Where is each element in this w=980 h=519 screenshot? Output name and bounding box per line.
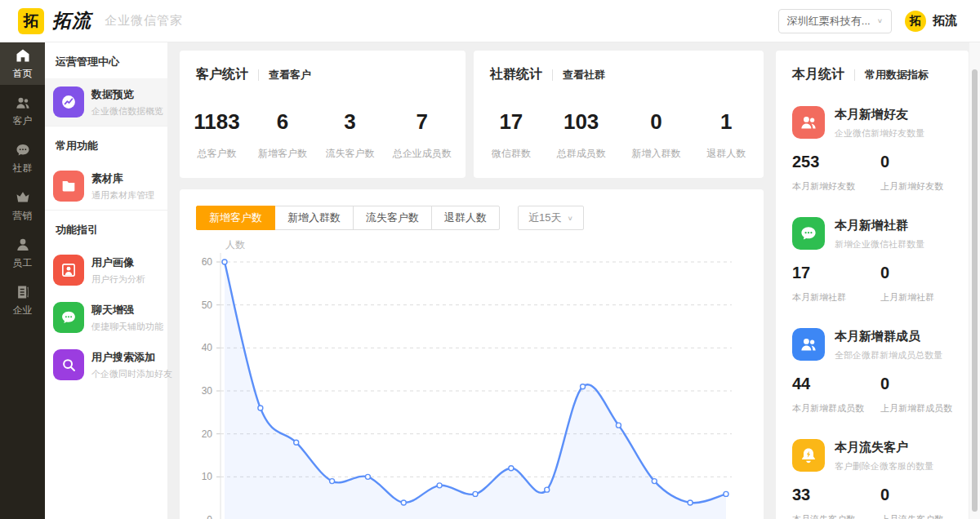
customer-stats-card: 客户统计 查看客户 1183 总客户数 6 新增客户数 3 流失客户数 7 总企… (180, 51, 466, 178)
app-logo: 拓 拓流 企业微信管家 (18, 8, 183, 34)
company-select-value: 深圳红栗科技有... (787, 14, 871, 29)
sidebar-item-title: 数据预览 (91, 87, 159, 102)
sidebar-item-data-preview[interactable]: 数据预览 企业微信数据概览 (45, 78, 167, 126)
metric-value: 17 (492, 109, 531, 135)
metric-label: 新增入群数 (631, 147, 680, 161)
month-stat-prev-value: 0 (880, 153, 943, 171)
card-title: 社群统计 (490, 66, 542, 83)
tab-quits[interactable]: 退群人数 (431, 206, 500, 230)
rail-item-community[interactable]: 社群 (0, 137, 45, 180)
metric-wechat-groups: 17 微信群数 (492, 109, 531, 161)
sidebar-section-title: 功能指引 (45, 211, 167, 246)
staff-icon (15, 237, 31, 253)
view-customers-link[interactable]: 查看客户 (269, 68, 311, 82)
month-stat-prev-label: 上月新增群成员数 (880, 402, 952, 415)
tab-new-customers[interactable]: 新增客户数 (196, 206, 275, 230)
sidebar-item-material-library[interactable]: 素材库 通用素材库管理 (45, 162, 167, 210)
metric-new-joins: 0 新增入群数 (631, 109, 680, 161)
metric-label: 总客户数 (194, 147, 239, 161)
sidebar-item-title: 素材库 (91, 171, 154, 186)
month-stats-panel: 本月统计 常用数据指标 本月新增好友 企业微信新增好友数量 253 本月新增好友… (776, 51, 969, 519)
sidebar-item-chat-enhance[interactable]: 聊天增强 便捷聊天辅助功能 (45, 294, 167, 341)
rail-item-enterprise[interactable]: 企业 (0, 279, 45, 322)
brand-name: 拓流 (52, 8, 91, 33)
sidebar-item-subtitle: 企业微信数据概览 (91, 105, 159, 118)
month-stat-prev-label: 上月新增社群 (880, 291, 934, 304)
sidebar-item-subtitle: 通用素材库管理 (91, 189, 154, 202)
month-stat-value-label: 本月流失客户数 (792, 513, 880, 519)
month-stat-value-label: 本月新增群成员数 (792, 402, 880, 415)
page-scrollbar-thumb[interactable] (972, 69, 978, 512)
metric-value: 103 (557, 109, 606, 135)
month-stat-new-groups: 本月新增社群 新增企业微信社群数量 17 本月新增社群 0 上月新增社群 (792, 217, 952, 304)
month-stat-value: 253 (792, 153, 880, 171)
line-chart-svg: 6050403020100人数 (194, 237, 750, 519)
friends-icon (799, 113, 818, 132)
date-range-select[interactable]: 近15天 ∨ (518, 206, 584, 230)
nav-rail: 首页 客户 社群 营销 员工 企业 (0, 42, 45, 519)
month-stat-prev-value: 0 (880, 264, 934, 282)
app-subtitle: 企业微信管家 (105, 13, 183, 29)
rail-item-marketing[interactable]: 营销 (0, 184, 45, 227)
search-icon (60, 356, 78, 374)
sidebar-item-user-search-add[interactable]: 用户搜索添加 个企微同时添加好友 (45, 341, 167, 388)
sidebar-item-title: 用户搜索添加 (91, 350, 159, 365)
rail-item-customers[interactable]: 客户 (0, 90, 45, 132)
metric-quits: 1 退群人数 (706, 109, 746, 161)
metric-value: 1183 (194, 109, 239, 135)
svg-text:0: 0 (207, 514, 212, 519)
metric-total-customers: 1183 总客户数 (194, 109, 239, 161)
metric-value: 0 (631, 109, 680, 135)
panel-subtitle: 常用数据指标 (865, 68, 929, 82)
sidebar: 运营管理中心 数据预览 企业微信数据概览 常用功能 素材库 通用素材库管理 功能… (45, 42, 167, 519)
sidebar-item-title: 聊天增强 (91, 303, 159, 317)
rail-item-home[interactable]: 首页 (0, 42, 45, 85)
company-select[interactable]: 深圳红栗科技有... ∨ (778, 9, 892, 33)
month-stat-title: 本月新增社群 (835, 218, 924, 233)
sidebar-section-title: 常用功能 (45, 126, 167, 162)
top-header: 拓 拓流 企业微信管家 深圳红栗科技有... ∨ 拓 拓流 (0, 0, 980, 42)
month-stat-title: 本月新增好友 (835, 107, 924, 122)
portrait-icon (60, 261, 78, 279)
rail-item-label: 员工 (13, 256, 33, 270)
rail-item-label: 营销 (13, 209, 33, 223)
chevron-down-icon: ∨ (567, 215, 572, 222)
svg-text:30: 30 (202, 385, 213, 397)
month-stat-value: 33 (792, 486, 880, 504)
group-chat-icon (799, 224, 818, 243)
svg-text:40: 40 (202, 342, 213, 353)
sidebar-item-subtitle: 个企微同时添加好友 (91, 368, 159, 380)
divider (258, 69, 259, 81)
metric-label: 新增客户数 (258, 147, 307, 161)
month-stat-prev-label: 上月流失客户数 (880, 513, 943, 519)
rail-item-staff[interactable]: 员工 (0, 232, 45, 274)
metric-value: 7 (393, 109, 452, 135)
metric-value: 1 (706, 109, 746, 135)
month-stat-desc: 客户删除企微客服的数量 (835, 460, 933, 472)
trend-chart-card: 新增客户数 新增入群数 流失客户数 退群人数 近15天 ∨ 6050403020… (180, 189, 764, 519)
tab-lost-customers[interactable]: 流失客户数 (353, 206, 432, 230)
metric-label: 流失客户数 (325, 147, 374, 161)
month-stat-value: 44 (792, 375, 880, 393)
sidebar-item-user-portrait[interactable]: 用户画像 用户行为分析 (45, 246, 167, 294)
view-groups-link[interactable]: 查看社群 (563, 68, 605, 82)
metric-group-members: 103 总群成员数 (557, 109, 606, 161)
chevron-down-icon: ∨ (877, 17, 883, 24)
metric-new-customers: 6 新增客户数 (258, 109, 307, 161)
month-stat-value-label: 本月新增社群 (792, 291, 880, 304)
account-info[interactable]: 拓 拓流 (905, 11, 957, 32)
rail-item-label: 客户 (13, 114, 33, 128)
marketing-icon (15, 189, 31, 206)
card-title: 客户统计 (196, 66, 248, 83)
month-stat-prev-value: 0 (880, 375, 952, 393)
divider (854, 69, 855, 81)
month-stat-desc: 企业微信新增好友数量 (835, 127, 924, 140)
metric-value: 3 (325, 109, 374, 135)
month-stat-value: 17 (792, 264, 880, 282)
svg-text:60: 60 (202, 256, 213, 268)
metric-total-members: 7 总企业成员数 (393, 109, 452, 161)
tab-new-joins[interactable]: 新增入群数 (274, 206, 354, 230)
month-stat-desc: 新增企业微信社群数量 (835, 238, 924, 251)
metric-label: 总企业成员数 (393, 147, 452, 161)
account-name: 拓流 (933, 13, 957, 29)
